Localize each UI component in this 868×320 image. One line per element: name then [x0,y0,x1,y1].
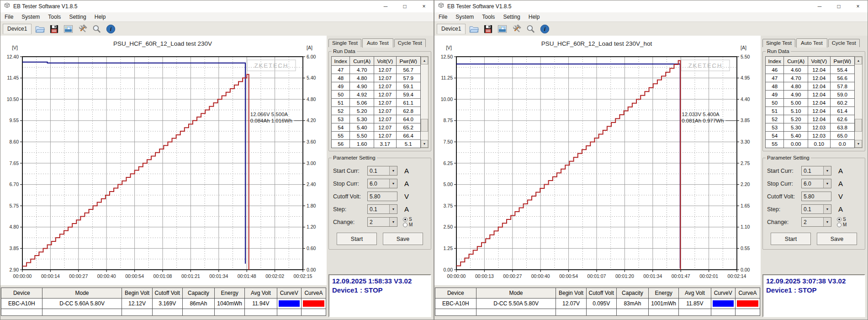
start-button[interactable]: Start [771,233,811,245]
table-row[interactable]: 464.6012.0455.4 [766,66,855,74]
open-folder-button[interactable] [468,23,480,35]
table-row[interactable]: 494.9012.0459.0 [766,91,855,99]
table-row[interactable]: 561.603.175.1 [332,140,421,148]
tools-button[interactable] [510,23,523,35]
stop-curr-combo[interactable]: 6.0 ▼ [801,179,831,188]
curve-v-cell[interactable] [711,299,735,309]
save-button[interactable]: Save [383,233,423,245]
tab-auto-test[interactable]: Auto Test [796,38,827,48]
cell: 47 [332,66,350,74]
seconds-radio[interactable] [403,217,408,222]
menu-item-system[interactable]: System [17,14,44,20]
curve-a-cell[interactable] [735,299,760,309]
tab-auto-test[interactable]: Auto Test [362,38,393,48]
table-row[interactable]: 515.0612.0761.1 [332,99,421,107]
tools-button[interactable] [76,23,89,35]
tab-cycle-test[interactable]: Cycle Test [828,39,860,47]
minutes-radio[interactable] [837,223,842,227]
save-button[interactable] [48,23,60,35]
combo-arrow-button[interactable]: ▼ [389,218,397,226]
menu-item-file[interactable]: File [434,14,451,20]
cutoff-volt-input[interactable]: 5.80 [367,192,397,201]
table-row[interactable]: 494.9012.0759.1 [332,82,421,91]
menu-item-tools[interactable]: Tools [44,14,65,20]
step-unit: A [838,205,843,213]
scroll-up-button[interactable]: ▲ [855,57,862,64]
minimize-button[interactable]: ─ [810,0,829,12]
curve-v-cell[interactable] [277,299,301,309]
combo-arrow-button[interactable]: ▼ [389,205,397,213]
scrollbar[interactable]: ▲ ▼ [855,56,863,148]
scroll-thumb[interactable] [421,119,428,132]
curve-a-cell[interactable] [301,299,326,309]
image-button[interactable] [62,23,74,35]
device-selector[interactable]: Device1 [437,24,466,34]
combo-arrow-button[interactable]: ▼ [823,218,831,226]
table-row[interactable]: 504.9212.0759.4 [332,91,421,99]
menu-item-system[interactable]: System [451,14,478,20]
tab-single-test[interactable]: Single Test [328,39,361,47]
combo-arrow-button[interactable]: ▼ [823,205,831,213]
menu-item-tools[interactable]: Tools [478,14,499,20]
save-button[interactable] [482,23,494,35]
menu-item-setting[interactable]: Setting [65,14,90,20]
change-combo[interactable]: 2 ▼ [367,217,397,227]
start-curr-combo[interactable]: 0.1 ▼ [801,166,831,176]
combo-arrow-button[interactable]: ▼ [389,166,397,175]
minutes-radio[interactable] [403,223,408,227]
table-row[interactable]: 555.5012.0766.4 [332,132,421,140]
menu-item-setting[interactable]: Setting [499,14,524,20]
scrollbar-track[interactable] [421,64,428,140]
cutoff-volt-input[interactable]: 5.80 [801,192,831,201]
scroll-down-button[interactable]: ▼ [421,140,428,148]
maximize-button[interactable]: □ [829,0,848,12]
scroll-thumb[interactable] [855,119,862,132]
combo-arrow-button[interactable]: ▼ [823,179,831,188]
scrollbar[interactable]: ▲ ▼ [421,56,429,148]
close-button[interactable]: × [848,0,868,12]
table-row[interactable]: 535.3012.0363.8 [766,123,855,132]
scrollbar-track[interactable] [855,64,862,140]
table-row[interactable]: 525.2012.0462.6 [766,115,855,123]
change-combo[interactable]: 2 ▼ [801,217,831,227]
table-row[interactable]: 484.8012.0757.9 [332,74,421,82]
start-button[interactable]: Start [337,233,377,245]
tab-single-test[interactable]: Single Test [762,39,795,47]
save-button[interactable]: Save [817,233,857,245]
table-row[interactable]: 474.7012.0456.6 [766,74,855,82]
search-button[interactable] [524,23,537,35]
table-row[interactable]: 545.4012.0765.2 [332,123,421,132]
table-row[interactable]: 474.7012.0756.7 [332,66,421,74]
info-button[interactable]: i [539,23,551,35]
table-row[interactable]: 515.1012.0461.4 [766,107,855,115]
menu-item-file[interactable]: File [0,14,17,20]
combo-arrow-button[interactable]: ▼ [389,179,397,188]
table-row[interactable]: 535.3012.0764.0 [332,115,421,123]
open-folder-button[interactable] [34,23,46,35]
close-button[interactable]: × [414,0,434,12]
scroll-up-button[interactable]: ▲ [421,57,428,64]
table-row[interactable]: 484.8012.0457.8 [766,82,855,91]
minimize-button[interactable]: ─ [376,0,395,12]
step-combo[interactable]: 0.1 ▼ [367,204,397,214]
combo-arrow-button[interactable]: ▼ [823,166,831,175]
table-row[interactable]: 550.000.100.0 [766,140,855,148]
scroll-up-icon: ▲ [857,59,860,62]
scroll-down-button[interactable]: ▼ [855,140,862,148]
maximize-button[interactable]: □ [395,0,414,12]
image-button[interactable] [496,23,508,35]
table-row[interactable]: 545.4012.0365.0 [766,132,855,140]
start-curr-combo[interactable]: 0.1 ▼ [367,166,397,176]
tab-cycle-test[interactable]: Cycle Test [394,39,426,47]
cell: 50 [766,99,784,107]
seconds-radio[interactable] [837,217,842,222]
menu-item-help[interactable]: Help [524,14,544,20]
stop-curr-combo[interactable]: 6.0 ▼ [367,179,397,188]
device-selector[interactable]: Device1 [3,24,32,34]
step-combo[interactable]: 0.1 ▼ [801,204,831,214]
table-row[interactable]: 505.0012.0460.2 [766,99,855,107]
info-button[interactable]: i [105,23,117,35]
menu-item-help[interactable]: Help [90,14,110,20]
search-button[interactable] [90,23,103,35]
table-row[interactable]: 525.2012.0762.8 [332,107,421,115]
